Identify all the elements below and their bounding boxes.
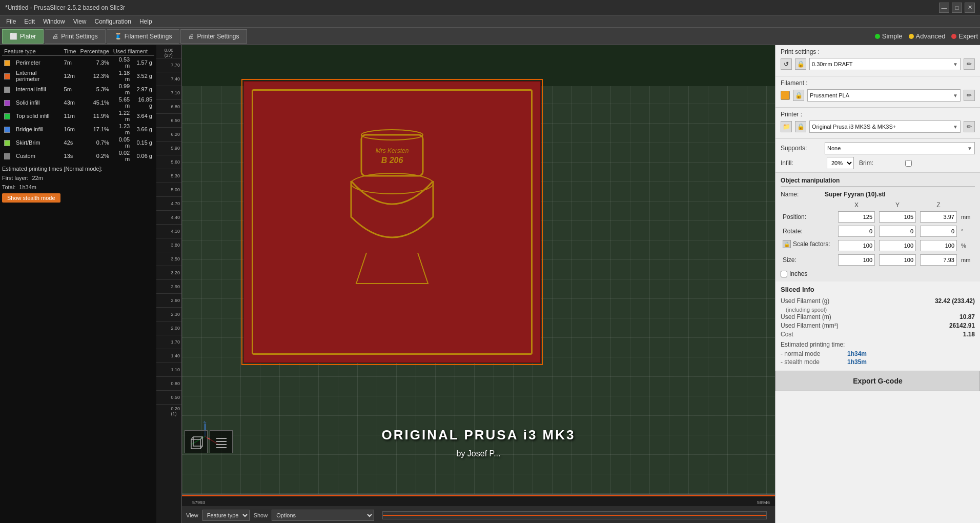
position-row: Position: mm bbox=[781, 210, 975, 224]
tab-filament-settings[interactable]: 🧵 Filament Settings bbox=[107, 29, 180, 44]
inches-checkbox[interactable] bbox=[781, 271, 787, 277]
scale-y-input[interactable] bbox=[879, 240, 916, 251]
tab-printer-settings[interactable]: 🖨 Printer Settings bbox=[180, 29, 247, 44]
feature-len-cell: 0.05 m bbox=[111, 136, 132, 149]
feature-pct-cell: 12.3% bbox=[78, 69, 111, 83]
feature-time-cell: 12m bbox=[62, 69, 78, 83]
feature-color-cell bbox=[2, 83, 14, 96]
rotate-x-input[interactable] bbox=[838, 226, 875, 237]
feature-label-cell: Internal infill bbox=[14, 83, 62, 96]
name-row: Name: Super Fyyran (10).stl bbox=[781, 191, 975, 198]
position-y-input[interactable] bbox=[879, 211, 916, 223]
print-time-header: Estimated printing time: bbox=[781, 341, 975, 348]
printer-dropdown[interactable]: Original Prusa i3 MK3S & MK3S+ ▼ bbox=[809, 120, 961, 133]
inches-row: Inches bbox=[781, 270, 975, 277]
x-slider-line bbox=[182, 495, 775, 496]
print-settings-dropdown[interactable]: 0.30mm DRAFT ▼ bbox=[809, 58, 961, 70]
printer-edit-icon[interactable]: ✏ bbox=[964, 121, 975, 132]
supports-dropdown[interactable]: None ▼ bbox=[825, 142, 975, 154]
scale-lock-icon[interactable]: 🔒 bbox=[783, 240, 791, 248]
menu-view[interactable]: View bbox=[69, 17, 91, 26]
filament-edit-icon[interactable]: ✏ bbox=[964, 90, 975, 101]
rotate-y-input[interactable] bbox=[879, 226, 916, 237]
position-x-input[interactable] bbox=[838, 211, 875, 223]
minimize-button[interactable]: — bbox=[939, 3, 949, 13]
feature-pct-cell: 7.3% bbox=[78, 56, 111, 70]
menu-configuration[interactable]: Configuration bbox=[91, 17, 135, 26]
print-settings-edit-icon[interactable]: ✏ bbox=[964, 58, 975, 70]
ruler-mark-650: 6.50 bbox=[156, 113, 181, 127]
layers-view-button[interactable] bbox=[210, 430, 233, 453]
tab-print-settings[interactable]: 🖨 Print Settings bbox=[45, 29, 105, 44]
ruler-mark-440: 4.40 bbox=[156, 210, 181, 224]
export-gcode-button[interactable]: Export G-code bbox=[775, 371, 980, 391]
inches-label: Inches bbox=[789, 270, 807, 277]
size-x-input[interactable] bbox=[838, 254, 875, 266]
print-settings-arrow: ▼ bbox=[953, 62, 958, 67]
menu-help[interactable]: Help bbox=[135, 17, 156, 26]
printer-folder-icon[interactable]: 📁 bbox=[781, 121, 792, 132]
app-title: *Untitled - PrusaSlicer-2.5.2 based on S… bbox=[5, 4, 939, 11]
menu-file[interactable]: File bbox=[2, 17, 20, 26]
first-layer-label: First layer: bbox=[2, 175, 28, 181]
tab-plater[interactable]: ⬜ Plater bbox=[2, 29, 44, 44]
cube-view-button[interactable] bbox=[185, 430, 208, 453]
printer-lock-icon[interactable]: 🔒 bbox=[795, 121, 806, 132]
print-settings-refresh-icon[interactable]: ↺ bbox=[781, 58, 792, 70]
mode-simple-label: Simple bbox=[882, 32, 903, 40]
menu-window[interactable]: Window bbox=[39, 17, 69, 26]
scene-container: Mrs Kersten B 206 bbox=[182, 45, 775, 494]
stats-panel: Feature type Time Percentage Used filame… bbox=[0, 45, 156, 523]
first-layer-value: 22m bbox=[32, 175, 43, 181]
scale-label: Scale factors: bbox=[793, 240, 834, 248]
feature-weight-cell: 3.66 g bbox=[132, 123, 154, 136]
filament-g-row: Used Filament (g) 32.42 (233.42) bbox=[781, 297, 975, 305]
mode-expert[interactable]: Expert bbox=[951, 32, 978, 40]
show-select[interactable]: Options bbox=[272, 510, 374, 521]
mode-advanced-label: Advanced bbox=[916, 32, 946, 40]
menu-edit[interactable]: Edit bbox=[20, 17, 39, 26]
model-name: Super Fyyran (10).stl bbox=[825, 191, 886, 198]
ruler-mark-320: 3.20 bbox=[156, 266, 181, 279]
show-stealth-mode-button[interactable]: Show stealth mode bbox=[2, 193, 60, 203]
filament-dropdown[interactable]: Prusament PLA ▼ bbox=[807, 89, 961, 102]
size-z-input[interactable] bbox=[920, 254, 957, 266]
plater-icon: ⬜ bbox=[10, 33, 17, 40]
cost-value: 1.18 bbox=[963, 331, 975, 338]
view-select[interactable]: Feature type Color Print bbox=[202, 510, 250, 521]
feature-label-cell: Solid infill bbox=[14, 96, 62, 109]
total-row: Total: 1h34m bbox=[2, 184, 154, 190]
printer-dropdown-row: 📁 🔒 Original Prusa i3 MK3S & MK3S+ ▼ ✏ bbox=[781, 120, 975, 133]
position-label: Position: bbox=[781, 210, 836, 224]
print-settings-lock-icon[interactable]: 🔒 bbox=[795, 58, 806, 70]
brim-label: Brim: bbox=[859, 159, 900, 167]
mode-simple[interactable]: Simple bbox=[875, 32, 903, 40]
brim-checkbox[interactable] bbox=[905, 160, 912, 167]
ruler-mark-770: 7.70 bbox=[156, 58, 181, 72]
feature-label-cell: Top solid infill bbox=[14, 109, 62, 123]
slider-track bbox=[383, 515, 766, 516]
filament-lock-icon[interactable]: 🔒 bbox=[793, 90, 804, 101]
scale-z-input[interactable] bbox=[920, 240, 957, 251]
3d-viewport[interactable]: Mrs Kersten B 206 bbox=[182, 45, 775, 523]
scale-x-input[interactable] bbox=[838, 240, 875, 251]
maximize-button[interactable]: □ bbox=[952, 3, 962, 13]
printer-icon: 🖨 bbox=[188, 33, 194, 40]
close-button[interactable]: ✕ bbox=[965, 3, 975, 13]
stats-row: External perimeter 12m 12.3% 1.18 m 3.52… bbox=[2, 69, 154, 83]
size-y-input[interactable] bbox=[879, 254, 916, 266]
show-label: Show bbox=[254, 512, 268, 518]
feature-time-cell: 11m bbox=[62, 109, 78, 123]
cost-row: Cost 1.18 bbox=[781, 331, 975, 338]
normal-mode-label: - normal mode bbox=[781, 350, 842, 357]
mode-advanced[interactable]: Advanced bbox=[909, 32, 946, 40]
view-buttons bbox=[185, 430, 233, 453]
printer-arrow: ▼ bbox=[953, 124, 958, 130]
position-z-input[interactable] bbox=[920, 211, 957, 223]
x-scroll-slider[interactable] bbox=[382, 511, 767, 519]
filament-value: Prusament PLA bbox=[810, 92, 849, 98]
print-settings-value: 0.30mm DRAFT bbox=[812, 61, 852, 67]
feature-pct-cell: 0.2% bbox=[78, 149, 111, 163]
rotate-z-input[interactable] bbox=[920, 226, 957, 237]
infill-select[interactable]: 20% 10% 30% bbox=[827, 157, 854, 169]
